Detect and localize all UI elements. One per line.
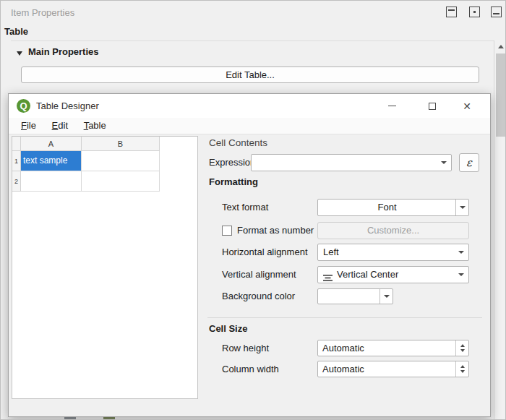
qgis-logo-icon: Q xyxy=(17,99,30,113)
horizontal-alignment-label: Horizontal alignment xyxy=(222,244,308,261)
expression-label: Expression xyxy=(209,154,255,171)
cell-a2[interactable] xyxy=(21,171,82,192)
column-width-value: Automatic xyxy=(322,364,364,374)
vertical-alignment-combobox[interactable]: Vertical Center xyxy=(317,266,469,283)
item-properties-panel: Item Properties Table Main Properties Ed… xyxy=(0,0,506,420)
row-header-2[interactable]: 2 xyxy=(12,171,21,192)
text-format-label: Text format xyxy=(222,199,268,216)
spin-up-icon xyxy=(460,365,465,368)
minimize-button[interactable] xyxy=(379,94,405,118)
spin-up-icon xyxy=(460,344,465,347)
item-type-label: Table xyxy=(4,26,28,37)
format-as-number-label[interactable]: Format as number xyxy=(237,222,314,239)
row-header-1[interactable]: 1 xyxy=(12,151,21,171)
panel-scrollbar[interactable] xyxy=(495,40,506,420)
formatting-header: Formatting xyxy=(209,176,258,187)
toolbar-icon-3[interactable] xyxy=(491,7,502,17)
expression-builder-button[interactable]: ε xyxy=(459,153,479,172)
maximize-icon xyxy=(429,103,436,110)
text-format-button[interactable]: Font xyxy=(317,199,469,216)
background-color-label: Background color xyxy=(222,288,295,305)
close-button[interactable]: ✕ xyxy=(454,94,480,118)
menubar: File Edit Table xyxy=(9,118,490,134)
horizontal-alignment-combobox[interactable]: Left xyxy=(317,244,469,261)
table-designer-dialog: Q Table Designer ✕ File Edit Table A B 1… xyxy=(8,93,491,417)
column-width-label: Column width xyxy=(222,361,279,378)
cell-contents-header: Cell Contents xyxy=(209,137,267,148)
chevron-down-icon xyxy=(458,251,464,254)
column-width-spin-buttons[interactable] xyxy=(455,361,468,377)
toolbar-icon-1[interactable] xyxy=(446,7,457,17)
panel-title: Item Properties xyxy=(11,7,74,18)
section-divider xyxy=(207,317,482,318)
column-width-spinbox[interactable]: Automatic xyxy=(317,361,469,377)
vertical-alignment-label: Vertical alignment xyxy=(222,266,296,283)
scroll-up-button[interactable] xyxy=(495,40,506,53)
row-height-spin-buttons[interactable] xyxy=(455,340,468,356)
dialog-title: Table Designer xyxy=(36,94,99,118)
column-header-a[interactable]: A xyxy=(21,137,82,151)
row-height-value: Automatic xyxy=(322,343,364,353)
panel-scroll-divider xyxy=(494,40,494,420)
column-header-b[interactable]: B xyxy=(82,137,160,151)
menu-file[interactable]: File xyxy=(14,118,43,134)
spin-down-icon xyxy=(460,370,465,373)
text-format-value: Font xyxy=(377,202,396,213)
maximize-button[interactable] xyxy=(419,94,445,118)
edit-table-button[interactable]: Edit Table... xyxy=(21,67,479,83)
panel-frame-line xyxy=(11,40,494,41)
minimize-icon xyxy=(388,106,396,106)
background-color-dropdown[interactable] xyxy=(380,289,393,304)
vertical-center-icon xyxy=(323,271,333,287)
chevron-down-icon xyxy=(458,273,464,276)
customize-button: Customize... xyxy=(317,222,469,239)
cell-a1[interactable]: text sample xyxy=(21,151,82,171)
format-as-number-checkbox[interactable] xyxy=(222,226,232,236)
cell-b1[interactable] xyxy=(82,151,160,171)
background-color-button[interactable] xyxy=(317,288,393,304)
dialog-titlebar[interactable]: Q Table Designer ✕ xyxy=(9,94,490,118)
collapse-arrow-icon[interactable] xyxy=(17,51,22,56)
spreadsheet: A B 1 2 text sample xyxy=(12,136,198,399)
chevron-down-icon xyxy=(460,206,466,209)
vertical-alignment-value: Vertical Center xyxy=(337,269,398,280)
scrollbar-thumb[interactable] xyxy=(496,53,506,137)
horizontal-alignment-value: Left xyxy=(323,247,339,257)
main-properties-header[interactable]: Main Properties xyxy=(28,46,99,57)
chevron-down-icon xyxy=(441,161,447,164)
spin-down-icon xyxy=(460,349,465,352)
cell-b2[interactable] xyxy=(82,171,160,192)
expression-combobox[interactable] xyxy=(251,154,452,171)
chevron-down-icon xyxy=(384,295,390,298)
cell-size-header: Cell Size xyxy=(209,323,247,334)
text-format-dropdown[interactable] xyxy=(455,200,468,215)
row-height-label: Row height xyxy=(222,340,269,357)
row-height-spinbox[interactable]: Automatic xyxy=(317,340,469,356)
sheet-corner[interactable] xyxy=(12,137,21,151)
menu-table[interactable]: Table xyxy=(77,118,113,134)
scroll-up-icon xyxy=(498,45,504,48)
toolbar-icon-2[interactable] xyxy=(469,7,480,17)
menu-edit[interactable]: Edit xyxy=(46,118,74,134)
